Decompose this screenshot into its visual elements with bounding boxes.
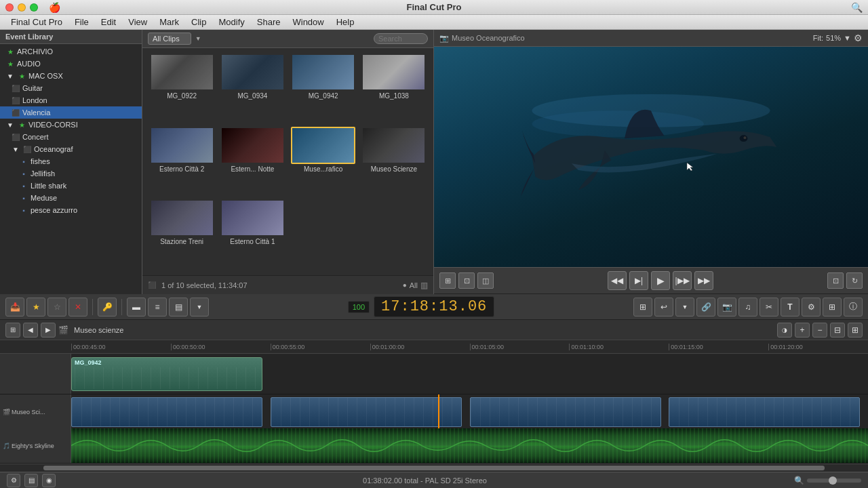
menu-item-file[interactable]: File <box>69 16 94 28</box>
step-forward-button[interactable]: |▶▶ <box>673 271 692 290</box>
expand-btn[interactable]: ⊞ <box>848 323 863 338</box>
waveform-display[interactable] <box>71 428 868 463</box>
clip-item-mg1038[interactable]: MG_1038 <box>360 54 428 124</box>
browser-dropdown[interactable]: All Clips <box>148 33 191 45</box>
sidebar-item-little-shark[interactable]: ▪ Little shark <box>0 180 142 192</box>
menu-item-share[interactable]: Share <box>252 16 286 28</box>
close-button[interactable] <box>5 3 14 12</box>
sidebar-item-archivio[interactable]: ★ ARCHIVIO <box>0 45 142 58</box>
view-btn-2[interactable]: ⊡ <box>458 272 475 289</box>
track-clip-1a[interactable] <box>71 397 262 427</box>
menu-item-modify[interactable]: Modify <box>213 16 250 28</box>
menu-item-window[interactable]: Window <box>287 16 329 28</box>
status-icon-3[interactable]: ◉ <box>42 474 56 487</box>
sidebar-item-valencia[interactable]: ⬛ Valencia <box>0 106 142 119</box>
clip-appearance-button[interactable]: ▬ <box>127 298 146 317</box>
sidebar-item-mac-osx[interactable]: ▼ ★ MAC OSX <box>0 70 142 82</box>
import-button[interactable]: 📥 <box>5 298 24 317</box>
ruler-ticks: 00:00:45:00 00:00:50:00 00:00:55:00 00:0… <box>71 344 868 350</box>
menu-item-edit[interactable]: Edit <box>96 16 121 28</box>
fullscreen-button[interactable]: ⊡ <box>827 272 844 289</box>
clip-item-mg0934[interactable]: MG_0934 <box>218 54 286 124</box>
zoom-out-btn[interactable]: − <box>812 323 827 338</box>
sidebar-item-fishes[interactable]: ▪ fishes <box>0 155 142 167</box>
minimize-button[interactable] <box>18 3 26 12</box>
sidebar-item-audio[interactable]: ★ AUDIO <box>0 58 142 70</box>
clip-view-button[interactable]: ▤ <box>169 298 188 317</box>
sidebar-item-jellifish[interactable]: ▪ Jellifish <box>0 167 142 180</box>
adjust-button[interactable]: ⊞ <box>823 298 842 317</box>
toolbar-right: ⊞ ↩ ▼ 🔗 📷 ♫ ✂ T ⚙ ⊞ ⓘ <box>633 298 863 317</box>
menu-item-mark[interactable]: Mark <box>154 16 184 28</box>
fit-value[interactable]: 51% <box>826 34 841 42</box>
zoom-out-icon[interactable]: 🔍 <box>794 476 804 485</box>
info-button[interactable]: ⓘ <box>844 298 863 317</box>
menu-item-view[interactable]: View <box>123 16 153 28</box>
clip-item-mg0942[interactable]: MG_0942 <box>290 54 357 124</box>
undo-button[interactable]: ↩ <box>654 298 673 317</box>
track-clip-1c[interactable] <box>470 397 661 427</box>
zoom-level-btn[interactable]: ◑ <box>777 323 792 338</box>
connect-button[interactable]: 🔗 <box>696 298 715 317</box>
undo-dropdown[interactable]: ▼ <box>675 298 694 317</box>
collapse-btn[interactable]: ⊟ <box>830 323 845 338</box>
filter-icon[interactable]: ▥ <box>420 281 428 290</box>
sidebar-item-meduse[interactable]: ▪ Meduse <box>0 192 142 204</box>
clip-item-museo-rafico[interactable]: Muse...rafico <box>290 127 357 197</box>
sidebar-item-london[interactable]: ⬛ London <box>0 94 142 106</box>
clip-item-esterno-citta2[interactable]: Esterno Città 2 <box>148 127 216 197</box>
track-content-1[interactable] <box>71 394 868 428</box>
tool-btn-1[interactable]: ⊞ <box>633 298 652 317</box>
menu-item-fcp[interactable]: Final Cut Pro <box>5 16 68 28</box>
clip-item-esterno-notte[interactable]: Estern... Notte <box>218 127 286 197</box>
settings-icon[interactable]: ⚙ <box>854 33 863 43</box>
clip-item-stazione-treni[interactable]: Stazione Treni <box>148 199 216 270</box>
view-btn-3[interactable]: ◫ <box>477 272 494 289</box>
status-icon-2[interactable]: ▤ <box>24 474 38 487</box>
all-button[interactable]: All <box>410 281 418 289</box>
file-icon: ▪ <box>19 169 28 178</box>
snapshot-button[interactable]: 📷 <box>717 298 736 317</box>
zoom-slider[interactable] <box>807 479 861 483</box>
zoom-in-btn[interactable]: + <box>795 323 810 338</box>
go-to-end-button[interactable]: ▶▶ <box>694 271 713 290</box>
sidebar-item-guitar[interactable]: ⬛ Guitar <box>0 82 142 94</box>
settings-button[interactable]: ⚙ <box>802 298 821 317</box>
sidebar-item-video-corsi[interactable]: ▼ ★ VIDEO-CORSI <box>0 119 142 131</box>
clip-item-esterno-citta1[interactable]: Esterno Città 1 <box>218 199 286 270</box>
menu-item-help[interactable]: Help <box>331 16 360 28</box>
music-button[interactable]: ♫ <box>738 298 757 317</box>
clip-item-museo-scienze[interactable]: Museo Scienze <box>360 127 428 197</box>
timeline-scrollbar[interactable] <box>0 464 868 472</box>
blade-button[interactable]: ✂ <box>760 298 778 317</box>
sidebar-item-pesce-azzurro[interactable]: ▪ pesce azzurro <box>0 204 142 216</box>
primary-clip[interactable]: MG_0942 <box>71 357 262 391</box>
favorite-button[interactable]: ★ <box>26 298 45 317</box>
maximize-button[interactable] <box>30 3 38 12</box>
scroll-thumb[interactable] <box>43 466 825 470</box>
go-to-start-button[interactable]: ◀◀ <box>608 271 627 290</box>
timeline-play-fwd[interactable]: ▶ <box>41 323 56 338</box>
clip-height-button[interactable]: ≡ <box>148 298 167 317</box>
status-icon-1[interactable]: ⚙ <box>7 474 20 487</box>
clip-view-dropdown[interactable]: ▼ <box>190 298 209 317</box>
view-btn-1[interactable]: ⊞ <box>439 272 456 289</box>
clip-item-mg0922[interactable]: MG_0922 <box>148 54 216 124</box>
step-back-button[interactable]: ▶| <box>629 271 648 290</box>
timeline-controls: ⊞ ◀ ▶ 🎬 Museo scienze <box>5 323 123 338</box>
play-button[interactable]: ▶ <box>651 271 670 290</box>
reject-button[interactable]: ✕ <box>68 298 87 317</box>
loop-button[interactable]: ↻ <box>846 272 863 289</box>
track-clip-1b[interactable] <box>271 397 462 427</box>
search-input[interactable] <box>374 33 428 44</box>
search-icon[interactable]: 🔍 <box>851 2 863 13</box>
favorite-outline-button[interactable]: ☆ <box>47 298 66 317</box>
timeline-play-back[interactable]: ◀ <box>23 323 38 338</box>
timeline-btn[interactable]: ⊞ <box>5 323 20 338</box>
keyword-button[interactable]: 🔑 <box>98 298 117 317</box>
sidebar-item-concert[interactable]: ⬛ Concert <box>0 131 142 143</box>
track-clip-1d[interactable] <box>669 397 860 427</box>
menu-item-clip[interactable]: Clip <box>186 16 212 28</box>
text-button[interactable]: T <box>781 298 800 317</box>
sidebar-item-oceanograf[interactable]: ▼ ⬛ Oceanograf <box>0 143 142 155</box>
